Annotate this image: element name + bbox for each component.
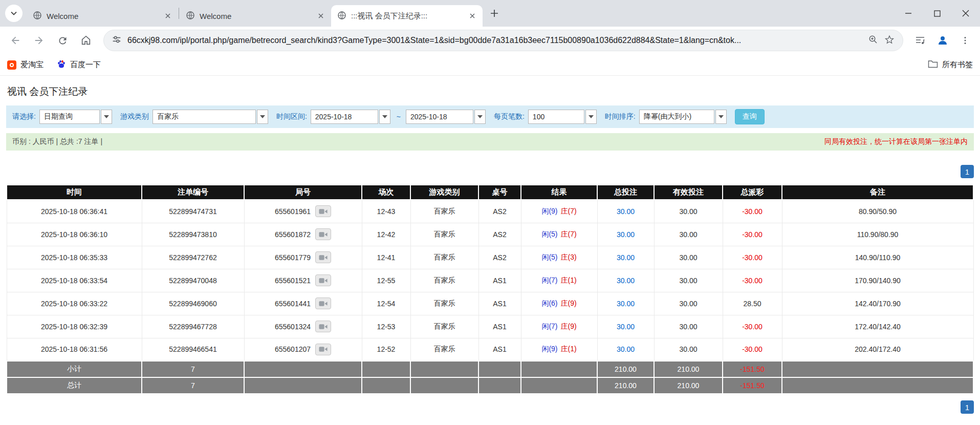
- video-replay-icon[interactable]: [315, 321, 331, 332]
- address-bar[interactable]: 66cxkj98.com/ipl/portal.php/game/betreco…: [103, 30, 903, 51]
- chevron-down-icon[interactable]: [715, 110, 727, 124]
- home-button[interactable]: [76, 30, 96, 51]
- globe-icon: [33, 11, 42, 22]
- cell-time: 2025-10-18 06:35:33: [7, 246, 142, 269]
- cell-total-bet: 30.00: [597, 292, 654, 315]
- date-from-select[interactable]: 2025-10-18: [311, 110, 390, 124]
- chevron-down-icon[interactable]: [474, 110, 486, 124]
- back-button[interactable]: [5, 30, 26, 51]
- close-button[interactable]: [951, 0, 980, 27]
- footer-empty-cell: [478, 361, 521, 377]
- cell-time: 2025-10-18 06:32:39: [7, 315, 142, 338]
- profile-avatar-icon[interactable]: [933, 31, 952, 50]
- tab-bet-records[interactable]: :::视讯 会员下注纪录:::: [331, 5, 483, 27]
- search-button[interactable]: 查询: [735, 109, 765, 124]
- page-size-value[interactable]: 100: [528, 110, 584, 124]
- chevron-down-icon[interactable]: [101, 110, 112, 124]
- all-bookmarks-button[interactable]: 所有书签: [928, 60, 973, 70]
- page-size-select[interactable]: 100: [528, 110, 597, 124]
- total-bet-link[interactable]: 30.00: [617, 207, 635, 216]
- query-type-value[interactable]: 日期查询: [39, 110, 100, 124]
- cell-bet-id: 522899469060: [142, 292, 244, 315]
- forward-button[interactable]: [29, 30, 49, 51]
- page-title: 视讯 会员下注纪录: [7, 85, 974, 98]
- total-bet-link[interactable]: 30.00: [617, 323, 635, 331]
- video-replay-icon[interactable]: [315, 344, 331, 355]
- tab-welcome-2[interactable]: Welcome: [180, 5, 331, 27]
- cell-result: 闲(7)庄(9): [521, 315, 597, 338]
- tab-welcome-1[interactable]: Welcome: [27, 5, 178, 27]
- result-player: 闲(9): [541, 207, 557, 215]
- video-replay-icon[interactable]: [315, 274, 331, 286]
- cell-session: 12-42: [362, 223, 410, 246]
- total-label: 总计: [7, 377, 142, 394]
- cell-round: 655601521: [244, 269, 362, 292]
- total-bet-link[interactable]: 30.00: [617, 253, 635, 262]
- tab-close-icon[interactable]: [316, 11, 326, 21]
- total-bet-link[interactable]: 30.00: [617, 277, 635, 285]
- zoom-icon[interactable]: [868, 34, 878, 47]
- result-player: 闲(5): [541, 230, 557, 238]
- round-number: 655601441: [275, 300, 311, 308]
- cell-result: 闲(7)庄(1): [521, 269, 597, 292]
- cell-payout: -30.00: [723, 246, 782, 269]
- tab-close-icon[interactable]: [163, 11, 173, 21]
- video-replay-icon[interactable]: [315, 228, 331, 240]
- new-tab-button[interactable]: [486, 5, 503, 22]
- sort-value[interactable]: 降幂(由大到小): [639, 110, 714, 124]
- table-header-row: 时间注单编号局号场次游戏类别桌号结果总投注有效投注总派彩备注: [7, 185, 973, 200]
- bookmark-star-icon[interactable]: [884, 34, 895, 47]
- footer-empty-cell: [410, 361, 478, 377]
- cell-bet-id: 522899472762: [142, 246, 244, 269]
- subtotal-total-bet: 210.00: [597, 361, 654, 377]
- menu-kebab-icon[interactable]: [955, 31, 975, 50]
- cell-remark: 142.40/170.90: [782, 292, 973, 315]
- cell-payout: -30.00: [723, 269, 782, 292]
- cell-result: 闲(6)庄(9): [521, 292, 597, 315]
- chevron-down-icon[interactable]: [585, 110, 597, 124]
- total-bet-link[interactable]: 30.00: [617, 230, 635, 239]
- video-replay-icon[interactable]: [315, 205, 331, 217]
- date-from-value[interactable]: 2025-10-18: [311, 110, 378, 124]
- chevron-down-icon[interactable]: [257, 110, 268, 124]
- reload-button[interactable]: [52, 30, 73, 51]
- cell-payout: -30.00: [723, 200, 782, 223]
- profile-chevron-button[interactable]: [5, 5, 23, 22]
- result-player: 闲(5): [541, 253, 557, 261]
- cell-game-type: 百家乐: [410, 292, 478, 315]
- game-type-label: 游戏类别: [120, 112, 149, 121]
- video-replay-icon[interactable]: [315, 251, 331, 263]
- game-type-select[interactable]: 百家乐: [153, 110, 268, 124]
- cell-round: 655601961: [244, 200, 362, 223]
- table-row: 2025-10-18 06:32:39 522899467728 6556013…: [7, 315, 973, 338]
- total-bet-link[interactable]: 30.00: [617, 345, 635, 353]
- date-to-value[interactable]: 2025-10-18: [406, 110, 473, 124]
- site-info-icon[interactable]: [112, 35, 121, 46]
- media-controls-icon[interactable]: [910, 31, 930, 50]
- cell-remark: 80.90/50.90: [782, 200, 973, 223]
- cell-valid-bet: 30.00: [654, 338, 723, 361]
- table-row: 2025-10-18 06:33:54 522899470048 6556015…: [7, 269, 973, 292]
- footer-empty-cell: [782, 361, 973, 377]
- sort-select[interactable]: 降幂(由大到小): [639, 110, 727, 124]
- cell-total-bet: 30.00: [597, 200, 654, 223]
- bookmark-baidu[interactable]: 百度一下: [57, 59, 101, 70]
- tab-close-icon[interactable]: [467, 11, 477, 21]
- total-bet-link[interactable]: 30.00: [617, 300, 635, 308]
- footer-empty-cell: [478, 377, 521, 394]
- chevron-down-icon[interactable]: [379, 110, 390, 124]
- date-to-select[interactable]: 2025-10-18: [406, 110, 486, 124]
- result-banker: 庄(1): [561, 276, 577, 284]
- minimize-button[interactable]: [894, 0, 923, 27]
- bet-table-body: 2025-10-18 06:36:41 522899474731 6556019…: [7, 200, 973, 361]
- cell-result: 闲(9)庄(1): [521, 338, 597, 361]
- query-type-select[interactable]: 日期查询: [39, 110, 112, 124]
- bookmark-taobao[interactable]: 爱淘宝: [7, 60, 43, 70]
- maximize-button[interactable]: [923, 0, 951, 27]
- page-number-button[interactable]: 1: [961, 165, 974, 178]
- page-number-button[interactable]: 1: [961, 400, 974, 414]
- game-type-value[interactable]: 百家乐: [153, 110, 256, 124]
- video-replay-icon[interactable]: [315, 298, 331, 309]
- url-text[interactable]: 66cxkj98.com/ipl/portal.php/game/betreco…: [127, 36, 862, 45]
- bookmark-label: 爱淘宝: [20, 60, 43, 70]
